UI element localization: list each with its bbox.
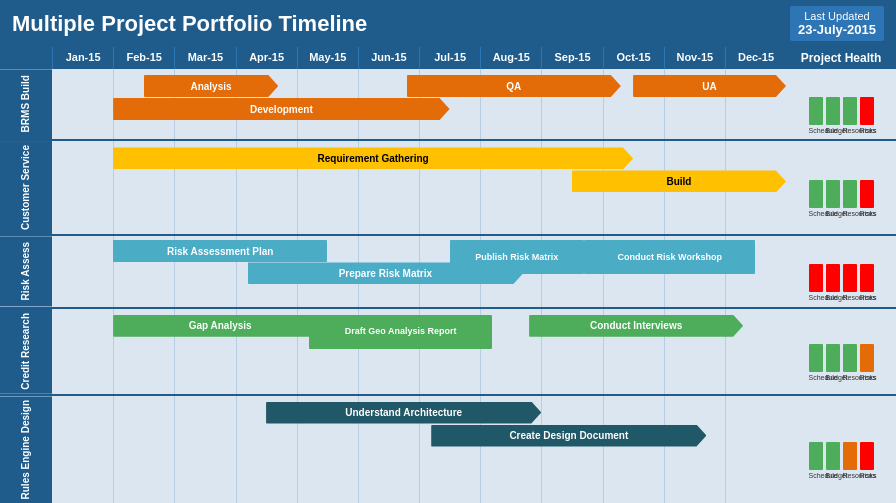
row-label: Rules Engine Design (0, 396, 52, 503)
health-bar (843, 264, 857, 292)
health-chart (809, 75, 874, 125)
month-col: Dec-15 (725, 47, 786, 69)
health-label: Risks (860, 210, 874, 217)
health-bar (860, 180, 874, 208)
health-header: Project Health (786, 47, 896, 69)
project-row: Risk AssessRisk Assessment PlanPrepare R… (0, 236, 896, 308)
gantt-bar: Create Design Document (431, 425, 706, 447)
health-bar (826, 97, 840, 125)
timeline-header: Jan-15Feb-15Mar-15Apr-15May-15Jun-15Jul-… (0, 47, 896, 69)
month-col: Feb-15 (113, 47, 174, 69)
health-col: ScheduleBudgetResourcesRisks (786, 69, 896, 139)
row-label: Customer Service (0, 141, 52, 234)
gantt-area: Gap AnalysisDraft Geo Analysis ReportCon… (52, 309, 786, 394)
health-label: Resources (843, 210, 857, 217)
gantt-bar: QA (407, 75, 621, 97)
health-label: Resources (843, 472, 857, 479)
health-chart (809, 158, 874, 208)
health-col: ScheduleBudgetResourcesRisks (786, 309, 896, 394)
health-bar (809, 442, 823, 470)
month-col: Jun-15 (358, 47, 419, 69)
header: Multiple Project Portfolio Timeline Last… (0, 0, 896, 47)
gantt-bar: Gap Analysis (113, 315, 327, 337)
health-bar (826, 344, 840, 372)
health-bar (843, 442, 857, 470)
month-col: May-15 (297, 47, 358, 69)
last-updated: Last Updated 23-July-2015 (790, 6, 884, 41)
gantt-bar: Conduct Risk Workshop (584, 240, 755, 274)
health-bar (809, 264, 823, 292)
health-bar (826, 180, 840, 208)
project-row: Rules Engine DesignUnderstand Architectu… (0, 396, 896, 503)
health-bar (826, 442, 840, 470)
last-updated-label: Last Updated (798, 10, 876, 22)
health-bar (860, 442, 874, 470)
health-bar (860, 344, 874, 372)
gantt-bar: Publish Risk Matrix (450, 240, 585, 274)
row-label: BRMS Build (0, 69, 52, 139)
health-label: Schedule (809, 294, 823, 301)
month-col: Mar-15 (174, 47, 235, 69)
health-col: ScheduleBudgetResourcesRisks (786, 396, 896, 503)
row-label: Credit Research (0, 309, 52, 394)
health-col: ScheduleBudgetResourcesRisks (786, 141, 896, 234)
health-bar (809, 97, 823, 125)
health-bar (843, 97, 857, 125)
gantt-bar: Build (572, 170, 786, 192)
health-label: Resources (843, 294, 857, 301)
health-bar (826, 264, 840, 292)
health-chart (809, 420, 874, 470)
month-col: Jul-15 (419, 47, 480, 69)
health-label: Schedule (809, 374, 823, 381)
project-row: BRMS BuildAnalysisDevelopmentQAUASchedul… (0, 69, 896, 141)
health-label: Schedule (809, 472, 823, 479)
gantt-bar: Understand Architecture (266, 402, 541, 424)
gantt-bar: Draft Geo Analysis Report (309, 315, 493, 349)
health-chart (809, 242, 874, 292)
health-label: Risks (860, 294, 874, 301)
health-bar (843, 180, 857, 208)
project-rows: BRMS BuildAnalysisDevelopmentQAUASchedul… (0, 69, 896, 503)
health-label: Risks (860, 472, 874, 479)
health-label: Budget (826, 374, 840, 381)
health-chart (809, 322, 874, 372)
health-bar (809, 344, 823, 372)
health-label: Schedule (809, 127, 823, 134)
health-label: Budget (826, 472, 840, 479)
gantt-bar: Analysis (144, 75, 279, 97)
label-spacer (0, 47, 52, 69)
health-label: Risks (860, 127, 874, 134)
health-bar (860, 97, 874, 125)
health-bar (860, 264, 874, 292)
gantt-area: Risk Assessment PlanPrepare Risk MatrixP… (52, 236, 786, 306)
health-label: Resources (843, 374, 857, 381)
month-col: Nov-15 (664, 47, 725, 69)
project-row: Credit ResearchGap AnalysisDraft Geo Ana… (0, 309, 896, 396)
main-container: Multiple Project Portfolio Timeline Last… (0, 0, 896, 503)
gantt-bar: Development (113, 98, 449, 120)
health-label: Risks (860, 374, 874, 381)
gantt-area: Requirement GatheringBuild (52, 141, 786, 234)
month-col: Aug-15 (480, 47, 541, 69)
last-updated-date: 23-July-2015 (798, 22, 876, 37)
health-bar (809, 180, 823, 208)
month-col: Jan-15 (52, 47, 113, 69)
health-col: ScheduleBudgetResourcesRisks (786, 236, 896, 306)
health-label: Budget (826, 210, 840, 217)
health-label: Resources (843, 127, 857, 134)
row-label: Risk Assess (0, 236, 52, 306)
gantt-bar: Risk Assessment Plan (113, 240, 327, 262)
health-label: Budget (826, 294, 840, 301)
health-bar (843, 344, 857, 372)
month-col: Apr-15 (236, 47, 297, 69)
gantt-area: Understand ArchitectureCreate Design Doc… (52, 396, 786, 503)
month-columns: Jan-15Feb-15Mar-15Apr-15May-15Jun-15Jul-… (52, 47, 786, 69)
month-col: Oct-15 (603, 47, 664, 69)
gantt-bar: Conduct Interviews (529, 315, 743, 337)
project-row: Customer ServiceRequirement GatheringBui… (0, 141, 896, 236)
month-col: Sep-15 (541, 47, 602, 69)
health-label: Budget (826, 127, 840, 134)
gantt-area: AnalysisDevelopmentQAUA (52, 69, 786, 139)
gantt-bar: UA (633, 75, 786, 97)
health-label: Schedule (809, 210, 823, 217)
